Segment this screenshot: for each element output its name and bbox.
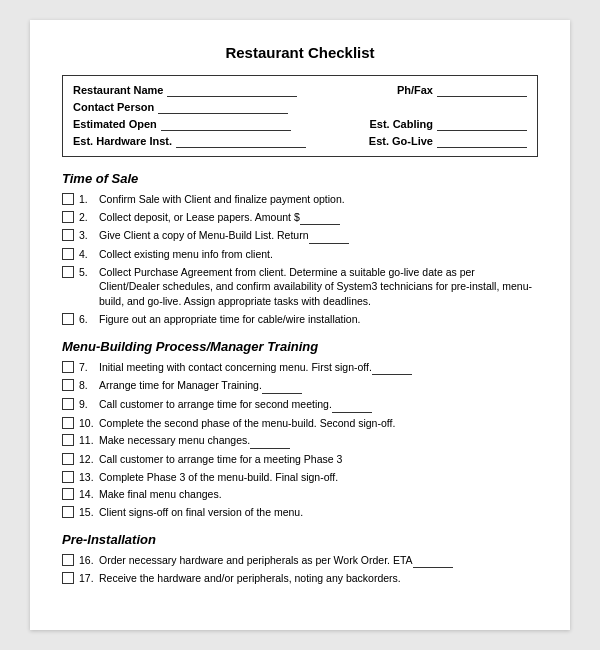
restaurant-name-field: Restaurant Name — [73, 84, 297, 97]
contact-person-line — [158, 101, 288, 114]
page: Restaurant Checklist Restaurant Name Ph/… — [30, 20, 570, 630]
ph-fax-label: Ph/Fax — [397, 84, 433, 96]
checkbox-icon[interactable] — [62, 398, 74, 410]
item-text: Complete the second phase of the menu-bu… — [99, 416, 395, 431]
item-text: Client signs-off on final version of the… — [99, 505, 303, 520]
est-hardware-line — [176, 135, 306, 148]
checkbox-icon[interactable] — [62, 229, 74, 241]
item-text: Collect deposit, or Lease papers. Amount… — [99, 210, 340, 226]
item-number: 4. — [79, 247, 95, 262]
item-number: 7. — [79, 360, 95, 375]
info-row-3: Estimated Open Est. Cabling — [73, 118, 527, 131]
checkbox-icon[interactable] — [62, 471, 74, 483]
checklist-0: 1.Confirm Sale with Client and finalize … — [62, 192, 538, 327]
checkbox-icon[interactable] — [62, 488, 74, 500]
ph-fax-line — [437, 84, 527, 97]
page-title: Restaurant Checklist — [62, 44, 538, 61]
section-1: Menu-Building Process/Manager Training7.… — [62, 339, 538, 520]
sections-container: Time of Sale1.Confirm Sale with Client a… — [62, 171, 538, 586]
item-number: 1. — [79, 192, 95, 207]
est-golive-label: Est. Go-Live — [369, 135, 433, 147]
checkbox-icon[interactable] — [62, 193, 74, 205]
checkbox-icon[interactable] — [62, 434, 74, 446]
list-item: 2.Collect deposit, or Lease papers. Amou… — [62, 210, 538, 226]
item-text: Give Client a copy of Menu-Build List. R… — [99, 228, 349, 244]
item-number: 12. — [79, 452, 95, 467]
checkbox-icon[interactable] — [62, 572, 74, 584]
list-item: 15.Client signs-off on final version of … — [62, 505, 538, 520]
item-number: 11. — [79, 433, 95, 448]
item-text: Order necessary hardware and peripherals… — [99, 553, 453, 569]
list-item: 14.Make final menu changes. — [62, 487, 538, 502]
list-item: 1.Confirm Sale with Client and finalize … — [62, 192, 538, 207]
list-item: 10.Complete the second phase of the menu… — [62, 416, 538, 431]
item-text: Call customer to arrange time for a meet… — [99, 452, 342, 467]
list-item: 3.Give Client a copy of Menu-Build List.… — [62, 228, 538, 244]
checkbox-icon[interactable] — [62, 266, 74, 278]
item-text: Collect Purchase Agreement from client. … — [99, 265, 538, 309]
checkbox-icon[interactable] — [62, 361, 74, 373]
item-text: Collect existing menu info from client. — [99, 247, 273, 262]
section-title-1: Menu-Building Process/Manager Training — [62, 339, 538, 354]
list-item: 6.Figure out an appropriate time for cab… — [62, 312, 538, 327]
list-item: 7.Initial meeting with contact concernin… — [62, 360, 538, 376]
list-item: 4.Collect existing menu info from client… — [62, 247, 538, 262]
checkbox-icon[interactable] — [62, 554, 74, 566]
checkbox-icon[interactable] — [62, 211, 74, 223]
checkbox-icon[interactable] — [62, 453, 74, 465]
checklist-1: 7.Initial meeting with contact concernin… — [62, 360, 538, 520]
restaurant-name-line — [167, 84, 297, 97]
restaurant-name-label: Restaurant Name — [73, 84, 163, 96]
list-item: 8.Arrange time for Manager Training. — [62, 378, 538, 394]
checkbox-icon[interactable] — [62, 313, 74, 325]
contact-person-field: Contact Person — [73, 101, 288, 114]
item-text: Arrange time for Manager Training. — [99, 378, 302, 394]
item-number: 5. — [79, 265, 95, 280]
info-row-2: Contact Person — [73, 101, 527, 114]
list-item: 5.Collect Purchase Agreement from client… — [62, 265, 538, 309]
item-text: Figure out an appropriate time for cable… — [99, 312, 360, 327]
section-2: Pre-Installation16.Order necessary hardw… — [62, 532, 538, 586]
item-number: 6. — [79, 312, 95, 327]
info-box: Restaurant Name Ph/Fax Contact Person Es… — [62, 75, 538, 157]
item-text: Initial meeting with contact concerning … — [99, 360, 412, 376]
est-cabling-field: Est. Cabling — [369, 118, 527, 131]
item-number: 2. — [79, 210, 95, 225]
item-number: 17. — [79, 571, 95, 586]
item-text: Make necessary menu changes. — [99, 433, 290, 449]
item-number: 8. — [79, 378, 95, 393]
section-0: Time of Sale1.Confirm Sale with Client a… — [62, 171, 538, 327]
info-row-1: Restaurant Name Ph/Fax — [73, 84, 527, 97]
section-title-0: Time of Sale — [62, 171, 538, 186]
item-number: 3. — [79, 228, 95, 243]
item-number: 9. — [79, 397, 95, 412]
item-number: 14. — [79, 487, 95, 502]
item-number: 16. — [79, 553, 95, 568]
checklist-2: 16.Order necessary hardware and peripher… — [62, 553, 538, 586]
contact-person-label: Contact Person — [73, 101, 154, 113]
checkbox-icon[interactable] — [62, 506, 74, 518]
list-item: 13.Complete Phase 3 of the menu-build. F… — [62, 470, 538, 485]
info-row-4: Est. Hardware Inst. Est. Go-Live — [73, 135, 527, 148]
estimated-open-line — [161, 118, 291, 131]
checkbox-icon[interactable] — [62, 379, 74, 391]
est-golive-field: Est. Go-Live — [369, 135, 527, 148]
est-hardware-label: Est. Hardware Inst. — [73, 135, 172, 147]
checkbox-icon[interactable] — [62, 417, 74, 429]
est-cabling-line — [437, 118, 527, 131]
item-text: Receive the hardware and/or peripherals,… — [99, 571, 401, 586]
ph-fax-field: Ph/Fax — [397, 84, 527, 97]
est-golive-line — [437, 135, 527, 148]
list-item: 16.Order necessary hardware and peripher… — [62, 553, 538, 569]
estimated-open-field: Estimated Open — [73, 118, 291, 131]
section-title-2: Pre-Installation — [62, 532, 538, 547]
item-text: Call customer to arrange time for second… — [99, 397, 372, 413]
item-text: Make final menu changes. — [99, 487, 222, 502]
item-number: 10. — [79, 416, 95, 431]
item-number: 13. — [79, 470, 95, 485]
list-item: 17.Receive the hardware and/or periphera… — [62, 571, 538, 586]
checkbox-icon[interactable] — [62, 248, 74, 260]
list-item: 11.Make necessary menu changes. — [62, 433, 538, 449]
estimated-open-label: Estimated Open — [73, 118, 157, 130]
item-text: Confirm Sale with Client and finalize pa… — [99, 192, 345, 207]
